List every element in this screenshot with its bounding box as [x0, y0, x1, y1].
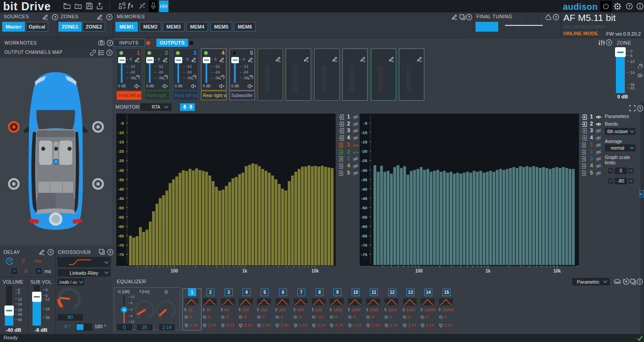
svg-text:?: ? — [639, 106, 641, 111]
svg-text:?: ? — [639, 280, 641, 284]
